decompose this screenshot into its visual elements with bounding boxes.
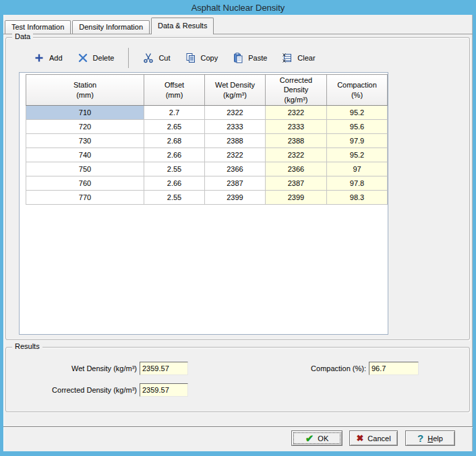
table-header-row: Station (mm) Offset (mm) Wet Density (kg… <box>26 75 388 106</box>
data-grid-container: Station (mm) Offset (mm) Wet Density (kg… <box>19 72 388 335</box>
compaction-row: Compaction (%): <box>229 362 419 375</box>
table-cell[interactable]: 2.55 <box>144 191 205 205</box>
table-cell[interactable]: 95.2 <box>327 148 388 162</box>
wet-density-field[interactable] <box>140 362 188 375</box>
check-icon: ✔ <box>305 432 314 445</box>
ok-button[interactable]: ✔ OK <box>291 430 343 446</box>
header-corrected-density[interactable]: Corrected Density (kg/m³) <box>266 75 327 106</box>
dialog-window: Asphalt Nuclear Density Test Information… <box>0 0 476 456</box>
wet-density-label: Wet Density (kg/m³) <box>7 364 137 372</box>
table-cell[interactable]: 98.3 <box>327 191 388 205</box>
table-cell[interactable]: 95.2 <box>327 106 388 120</box>
table-cell[interactable]: 2.55 <box>144 162 205 176</box>
table-row: 7102.72322232295.2 <box>26 106 388 120</box>
cancel-label: Cancel <box>367 434 390 443</box>
table-cell[interactable]: 97 <box>327 162 388 176</box>
cancel-button[interactable]: ✖ Cancel <box>349 430 398 446</box>
table-cell[interactable]: 2333 <box>266 120 327 134</box>
table-cell[interactable]: 730 <box>26 134 144 148</box>
results-groupbox-legend: Results <box>12 342 42 350</box>
delete-button[interactable]: Delete <box>73 51 119 65</box>
table-cell[interactable]: 740 <box>26 148 144 162</box>
clear-label: Clear <box>297 54 315 62</box>
plus-icon <box>34 53 44 63</box>
table-cell[interactable]: 2333 <box>205 120 266 134</box>
table-row: 7602.662387238797.8 <box>26 176 388 191</box>
toolbar-separator <box>128 48 129 68</box>
header-wet-density[interactable]: Wet Density (kg/m³) <box>205 75 266 106</box>
window-title: Asphalt Nuclear Density <box>191 3 285 13</box>
grid-body: 7102.72322232295.27202.652333233395.6730… <box>26 106 388 205</box>
table-cell[interactable]: 750 <box>26 162 144 176</box>
table-cell[interactable]: 2388 <box>205 134 266 148</box>
table-cell[interactable]: 2366 <box>266 162 327 176</box>
paste-button[interactable]: Paste <box>228 51 272 65</box>
corrected-density-row: Corrected Density (kg/m³) <box>7 383 188 397</box>
tab-data-results[interactable]: Data & Results <box>151 18 214 34</box>
tab-test-information[interactable]: Test Information <box>5 20 71 34</box>
add-button[interactable]: Add <box>29 51 67 65</box>
table-row: 7202.652333233395.6 <box>26 120 388 134</box>
table-cell[interactable]: 770 <box>26 191 144 205</box>
table-cell[interactable]: 760 <box>26 176 144 191</box>
add-label: Add <box>49 54 63 62</box>
table-row: 7302.682388238897.9 <box>26 134 388 148</box>
clipboard-icon <box>233 53 243 63</box>
compaction-field[interactable] <box>369 362 419 375</box>
help-label: Help <box>427 434 443 443</box>
table-cell[interactable]: 2.66 <box>144 176 205 191</box>
ok-label: OK <box>318 434 328 443</box>
corrected-density-field[interactable] <box>140 383 188 397</box>
table-cell[interactable]: 2.7 <box>144 106 205 120</box>
table-cell[interactable]: 2399 <box>266 191 327 205</box>
table-cell[interactable]: 97.8 <box>327 176 388 191</box>
table-cell[interactable]: 2322 <box>266 148 327 162</box>
tab-strip: Test Information Density Information Dat… <box>3 17 473 34</box>
cut-button[interactable]: Cut <box>138 51 175 65</box>
table-cell[interactable]: 2.65 <box>144 120 205 134</box>
question-icon: ? <box>417 432 423 444</box>
table-cell[interactable]: 2.66 <box>144 148 205 162</box>
footer-separator <box>3 426 473 428</box>
copy-label: Copy <box>201 54 218 62</box>
table-cell[interactable]: 2322 <box>266 106 327 120</box>
compaction-label: Compaction (%): <box>229 364 366 372</box>
table-cell[interactable]: 2322 <box>205 148 266 162</box>
title-bar: Asphalt Nuclear Density <box>0 0 476 15</box>
table-row: 7702.552399239998.3 <box>26 191 388 205</box>
table-row: 7402.662322232295.2 <box>26 148 388 162</box>
corrected-density-label: Corrected Density (kg/m³) <box>7 386 137 394</box>
header-compaction[interactable]: Compaction (%) <box>327 75 388 106</box>
wet-density-row: Wet Density (kg/m³) <box>7 362 188 375</box>
table-cell[interactable]: 710 <box>26 106 144 120</box>
help-button[interactable]: ? Help <box>405 430 455 446</box>
table-cell[interactable]: 2366 <box>205 162 266 176</box>
header-offset[interactable]: Offset (mm) <box>144 75 205 106</box>
delete-label: Delete <box>93 54 115 62</box>
clear-grid-icon <box>282 53 293 63</box>
copy-icon <box>185 53 196 63</box>
x-icon: ✖ <box>356 433 363 443</box>
header-station[interactable]: Station (mm) <box>26 75 144 106</box>
table-cell[interactable]: 2.68 <box>144 134 205 148</box>
data-toolbar: Add Delete Cut <box>29 47 456 69</box>
paste-label: Paste <box>248 54 267 62</box>
tab-density-information[interactable]: Density Information <box>72 20 150 34</box>
table-cell[interactable]: 2387 <box>266 176 327 191</box>
results-groupbox: Results Wet Density (kg/m³) Compaction (… <box>5 347 470 412</box>
table-row: 7502.552366236697 <box>26 162 388 176</box>
dialog-content: Test Information Density Information Dat… <box>3 15 473 451</box>
table-cell[interactable]: 720 <box>26 120 144 134</box>
data-grid: Station (mm) Offset (mm) Wet Density (kg… <box>26 74 388 205</box>
data-groupbox-legend: Data <box>12 32 33 40</box>
clear-button[interactable]: Clear <box>277 51 320 65</box>
scissors-icon <box>143 53 154 63</box>
table-cell[interactable]: 95.6 <box>327 120 388 134</box>
delete-x-icon <box>78 53 88 63</box>
table-cell[interactable]: 2322 <box>205 106 266 120</box>
table-cell[interactable]: 2387 <box>205 176 266 191</box>
table-cell[interactable]: 2388 <box>266 134 327 148</box>
table-cell[interactable]: 2399 <box>205 191 266 205</box>
table-cell[interactable]: 97.9 <box>327 134 388 148</box>
copy-button[interactable]: Copy <box>181 51 223 65</box>
